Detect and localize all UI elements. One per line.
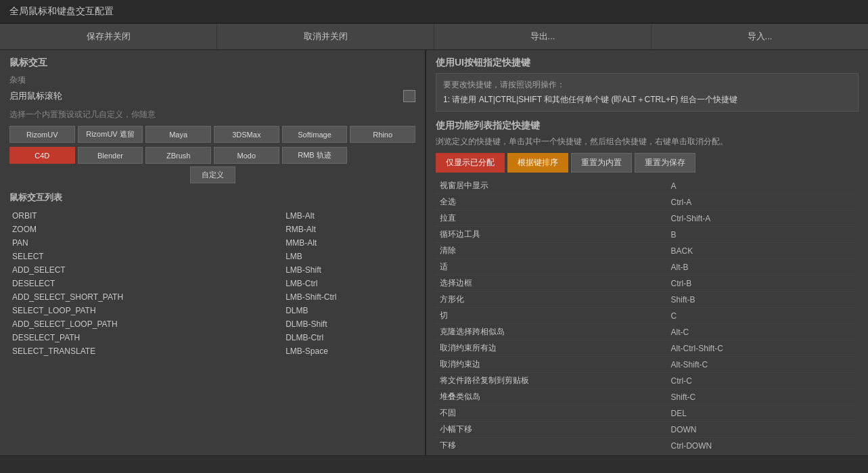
shortcut-row[interactable]: 克隆选择跨相似岛Alt-C — [436, 324, 856, 340]
presets-row1: RizomUVRizomUV 遮留Maya3DSMaxSoftimageRhin… — [9, 126, 415, 143]
shortcut-action: 切 — [436, 308, 667, 324]
preset-btn-Blender[interactable]: Blender — [78, 147, 143, 164]
mouse-list-table: ORBITLMB-AltZOOMRMB-AltPANMMB-AltSELECTL… — [9, 209, 415, 358]
toolbar: 保存并关闭取消并关闭导出...导入... — [0, 24, 868, 50]
mouse-action: ADD_SELECT_LOOP_PATH — [9, 317, 283, 331]
func-list-title: 使用功能列表指定快捷键 — [436, 120, 859, 132]
shortcut-key: Alt-Ctrl-Shift-C — [667, 340, 856, 357]
shortcut-action: 清除 — [436, 243, 667, 259]
preset-btn-Softimage[interactable]: Softimage — [282, 126, 348, 143]
shortcut-action: 小幅下移 — [436, 422, 667, 438]
shortcut-action: 不固 — [436, 405, 667, 422]
mouse-action: PAN — [9, 236, 283, 250]
shortcut-key: Ctrl-B — [667, 275, 856, 292]
import-button[interactable]: 导入... — [652, 24, 868, 49]
mouse-binding: LMB-Space — [283, 344, 415, 358]
misc-label: 杂项 — [9, 74, 415, 86]
shortcut-row[interactable]: 取消约束所有边Alt-Ctrl-Shift-C — [436, 340, 856, 357]
main-content: 鼠标交互 杂项 启用鼠标滚轮 选择一个内置预设或记几自定义，你随意 RizomU… — [0, 50, 868, 455]
reset-saved-button[interactable]: 重置为保存 — [635, 153, 695, 173]
mouse-list-row[interactable]: ORBITLMB-Alt — [9, 209, 415, 223]
shortcut-key: DOWN — [667, 422, 856, 438]
mouse-action: ZOOM — [9, 223, 283, 236]
save-close-button[interactable]: 保存并关闭 — [0, 24, 217, 49]
preset-btn-RMB-轨迹[interactable]: RMB 轨迹 — [282, 147, 348, 164]
shortcut-key: Shift-B — [667, 292, 856, 308]
preset-custom-button[interactable]: 自定义 — [190, 166, 235, 183]
shortcut-row[interactable]: 切C — [436, 308, 856, 324]
left-panel: 鼠标交互 杂项 启用鼠标滚轮 选择一个内置预设或记几自定义，你随意 RizomU… — [0, 50, 426, 455]
mouse-list-row[interactable]: SELECTLMB — [9, 250, 415, 263]
shortcut-row[interactable]: 取消约束边Alt-Shift-C — [436, 357, 856, 373]
preset-btn-C4D[interactable]: C4D — [9, 147, 75, 164]
shortcut-key: Ctrl-A — [667, 194, 856, 210]
shortcut-key: DEL — [667, 405, 856, 422]
shortcut-row[interactable]: 下移Ctrl-DOWN — [436, 438, 856, 449]
mouse-action: DESELECT — [9, 277, 283, 290]
filter-assigned-button[interactable]: 仅显示已分配 — [436, 153, 505, 173]
mouse-list-row[interactable]: ADD_SELECT_LOOP_PATHDLMB-Shift — [9, 317, 415, 331]
mouse-list-row[interactable]: PANMMB-Alt — [9, 236, 415, 250]
shortcut-row[interactable]: 方形化Shift-B — [436, 292, 856, 308]
shortcut-key: Ctrl-C — [667, 373, 856, 389]
mouse-action: SELECT — [9, 250, 283, 263]
mouse-list-row[interactable]: DESELECTLMB-Ctrl — [9, 277, 415, 290]
mouse-list-row[interactable]: ZOOMRMB-Alt — [9, 223, 415, 236]
reset-builtin-button[interactable]: 重置为内置 — [571, 153, 632, 173]
cancel-close-button[interactable]: 取消并关闭 — [217, 24, 434, 49]
mouse-list-title: 鼠标交互列表 — [9, 192, 415, 204]
presets-row3: 自定义 — [9, 166, 415, 183]
mouse-list-row[interactable]: ADD_SELECTLMB-Shift — [9, 263, 415, 277]
shortcut-row[interactable]: 堆叠类似岛Shift-C — [436, 389, 856, 405]
shortcut-key: Ctrl-DOWN — [667, 438, 856, 449]
mouse-action: ADD_SELECT_SHORT_PATH — [9, 290, 283, 304]
mouse-list-row[interactable]: DESELECT_PATHDLMB-Ctrl — [9, 331, 415, 344]
filter-sort-button[interactable]: 根据键排序 — [507, 153, 568, 173]
mouse-list-row[interactable]: SELECT_LOOP_PATHDLMB — [9, 304, 415, 317]
shortcut-action: 下移 — [436, 438, 667, 449]
shortcut-key: C — [667, 308, 856, 324]
preset-btn-3DSMax[interactable]: 3DSMax — [214, 126, 279, 143]
shortcut-row[interactable]: 拉直Ctrl-Shift-A — [436, 210, 856, 227]
export-button[interactable]: 导出... — [434, 24, 652, 49]
shortcut-action: 选择边框 — [436, 275, 667, 292]
shortcut-row[interactable]: 不固DEL — [436, 405, 856, 422]
shortcut-action: 全选 — [436, 194, 667, 210]
mouse-binding: DLMB-Shift — [283, 317, 415, 331]
shortcut-action: 方形化 — [436, 292, 667, 308]
bottom-bar — [0, 455, 868, 473]
preset-btn-RizomUV[interactable]: RizomUV — [9, 126, 75, 143]
preset-btn-RizomUV-遮留[interactable]: RizomUV 遮留 — [78, 126, 143, 143]
filter-row: 仅显示已分配根据键排序重置为内置重置为保存 — [436, 153, 859, 173]
mouse-list-row[interactable]: ADD_SELECT_SHORT_PATHLMB-Shift-Ctrl — [9, 290, 415, 304]
shortcut-row[interactable]: 小幅下移DOWN — [436, 422, 856, 438]
title-bar: 全局鼠标和键盘交互配置 — [0, 0, 868, 24]
shortcut-key: Alt-Shift-C — [667, 357, 856, 373]
scroll-enable-checkbox[interactable] — [403, 90, 415, 102]
mouse-list-row[interactable]: SELECT_TRANSLATELMB-Space — [9, 344, 415, 358]
shortcut-action: 适 — [436, 259, 667, 275]
shortcut-row[interactable]: 全选Ctrl-A — [436, 194, 856, 210]
mouse-binding: LMB-Alt — [283, 209, 415, 223]
preset-btn-Maya[interactable]: Maya — [145, 126, 211, 143]
shortcut-action: 取消约束边 — [436, 357, 667, 373]
preset-btn-Rhino[interactable]: Rhino — [350, 126, 415, 143]
mouse-binding: DLMB-Ctrl — [283, 331, 415, 344]
shortcut-row[interactable]: 视窗居中显示A — [436, 178, 856, 194]
shortcut-row[interactable]: 清除BACK — [436, 243, 856, 259]
instruction-hint: 要更改快捷键，请按照说明操作： — [443, 79, 851, 91]
shortcut-row[interactable]: 将文件路径复制到剪贴板Ctrl-C — [436, 373, 856, 389]
shortcut-row[interactable]: 选择边框Ctrl-B — [436, 275, 856, 292]
instruction-text: 1: 请使用 ALT|CTRL|SHIFT 和其他任何单个键 (即ALT＋CTR… — [443, 93, 851, 106]
shortcut-table-scroll[interactable]: 视窗居中显示A全选Ctrl-A拉直Ctrl-Shift-A循环边工具B清除BAC… — [436, 178, 859, 449]
shortcut-row[interactable]: 适Alt-B — [436, 259, 856, 275]
presets-row2: C4DBlenderZBrushModoRMB 轨迹 — [9, 147, 415, 164]
preset-btn-ZBrush[interactable]: ZBrush — [145, 147, 211, 164]
mouse-binding: RMB-Alt — [283, 223, 415, 236]
mouse-binding: LMB-Ctrl — [283, 277, 415, 290]
shortcut-row[interactable]: 循环边工具B — [436, 227, 856, 243]
title-text: 全局鼠标和键盘交互配置 — [9, 5, 114, 16]
preset-btn-Modo[interactable]: Modo — [214, 147, 279, 164]
scroll-enable-row: 启用鼠标滚轮 — [9, 90, 415, 102]
mouse-action: SELECT_TRANSLATE — [9, 344, 283, 358]
